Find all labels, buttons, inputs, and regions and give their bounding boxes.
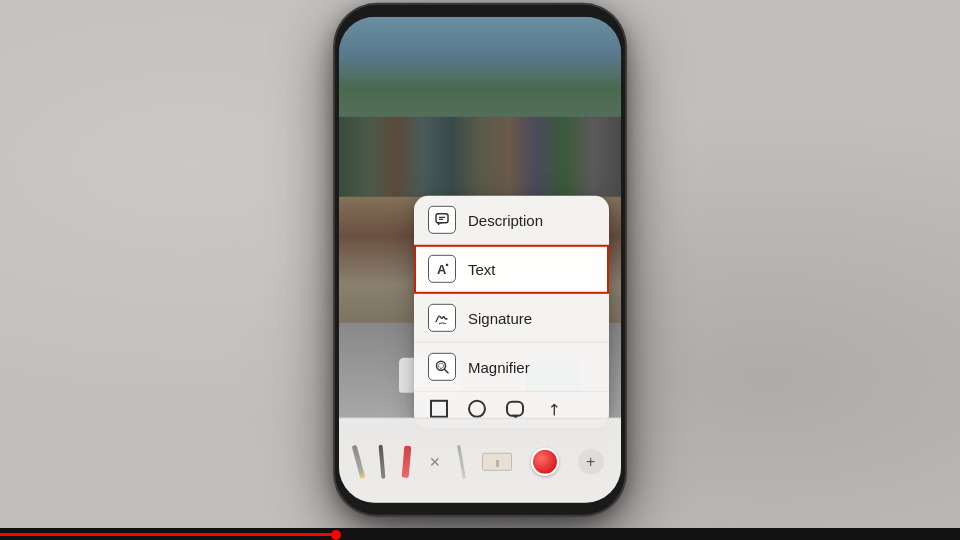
magnifier-icon [428,353,456,381]
markup-toolbar: ✕ ||| + [339,418,621,503]
add-icon: + [586,453,595,471]
svg-text:A: A [437,262,447,277]
phone-screen: Description A Text [339,17,621,503]
text-label: Text [468,260,496,277]
speech-bubble-shape-tool[interactable] [504,398,526,420]
svg-point-8 [439,363,444,368]
pen-icon [379,445,386,479]
text-a-icon: A [428,255,456,283]
toolbar-items: ✕ ||| + [339,419,621,503]
thin-pen-icon [457,445,466,479]
eraser-icon: ✕ [429,454,441,470]
signature-label: Signature [468,309,532,326]
pen-tool[interactable] [380,445,384,479]
marker-tool[interactable] [403,446,410,478]
color-picker[interactable] [531,448,559,476]
square-shape-tool[interactable] [428,398,450,420]
speech-bubble-icon [428,206,456,234]
popup-menu: Description A Text [414,196,609,428]
youtube-progress-bar [0,528,960,540]
menu-item-magnifier[interactable]: Magnifier [414,343,609,392]
pencil-tool[interactable] [356,445,361,479]
menu-item-text[interactable]: A Text [414,245,609,294]
progress-dot[interactable] [331,530,341,540]
svg-line-7 [445,369,449,373]
signature-icon [428,304,456,332]
add-button[interactable]: + [578,449,604,475]
menu-item-signature[interactable]: Signature [414,294,609,343]
pencil-icon [352,445,366,479]
description-label: Description [468,211,543,228]
phone-device: Description A Text [335,5,625,515]
scene: Description A Text [0,0,960,540]
menu-item-description[interactable]: Description [414,196,609,245]
progress-fill [0,533,336,536]
eraser-tool[interactable]: ✕ [429,454,441,470]
marker-icon [402,446,412,478]
arrow-icon: ↗ [542,397,565,420]
arrow-shape-tool[interactable]: ↗ [542,398,564,420]
ruler-icon: ||| [482,453,512,471]
ruler-tool[interactable]: ||| [482,453,512,471]
svg-rect-0 [436,214,448,223]
magnifier-label: Magnifier [468,358,530,375]
circle-shape-tool[interactable] [466,398,488,420]
crowd [339,117,621,197]
thin-pen-tool[interactable] [460,445,463,479]
